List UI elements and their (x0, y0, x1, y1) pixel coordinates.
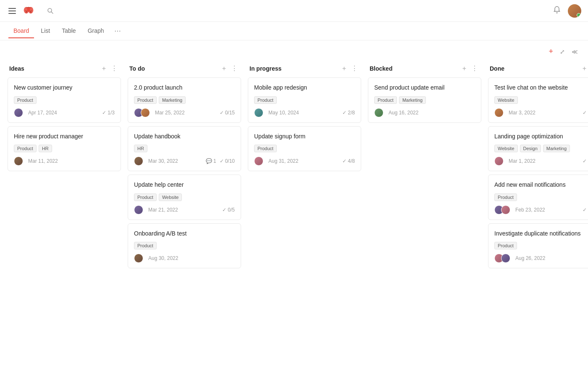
avatar (14, 156, 23, 166)
card-tags: WebsiteDesignMarketing (494, 145, 588, 152)
svg-point-4 (30, 11, 32, 13)
top-nav (0, 0, 588, 22)
kanban-card[interactable]: Hire new product managerProductHRMar 11,… (8, 126, 121, 172)
column-header-todo: To do+⋮ (128, 61, 241, 77)
nav-left (7, 5, 56, 17)
card-avatars (134, 205, 143, 214)
card-tag: Marketing (543, 145, 570, 152)
kanban-card[interactable]: New customer journeyProductApr 17, 2024✓… (8, 77, 121, 123)
tab-board[interactable]: Board (8, 24, 34, 38)
card-footer: Mar 25, 2022✓0/15 (134, 108, 235, 117)
column-actions-blocked: +⋮ (461, 64, 480, 73)
card-tags: HR (134, 145, 235, 152)
hamburger-menu[interactable] (7, 6, 18, 16)
avatar (134, 156, 143, 166)
card-avatars (494, 156, 504, 166)
avatar (141, 108, 150, 117)
card-footer: Aug 16, 2022 (374, 108, 475, 117)
user-avatar[interactable] (568, 4, 581, 18)
add-card-button-ideas[interactable]: + (100, 64, 108, 73)
card-date: Aug 16, 2022 (388, 110, 418, 116)
tab-graph[interactable]: Graph (83, 24, 109, 38)
card-date: Aug 26, 2022 (515, 255, 545, 261)
card-avatars (494, 205, 510, 214)
avatar (501, 205, 510, 214)
column-more-button-todo[interactable]: ⋮ (229, 64, 239, 73)
expand-button[interactable]: ⤢ (558, 47, 567, 57)
add-column-button[interactable]: + (547, 45, 555, 58)
bell-icon (553, 5, 561, 14)
column-more-button-ideas[interactable]: ⋮ (109, 64, 119, 73)
add-card-button-inprogress[interactable]: + (341, 64, 348, 73)
column-header-blocked: Blocked+⋮ (368, 61, 481, 77)
card-title: Mobile app redesign (254, 84, 355, 92)
kanban-card[interactable]: Update signup formProductAug 31, 2022✓4/… (248, 126, 361, 172)
card-tag: Website (494, 96, 518, 104)
card-date: Mar 30, 2022 (148, 158, 178, 164)
column-header-inprogress: In progress+⋮ (248, 61, 361, 77)
add-card-button-blocked[interactable]: + (461, 64, 468, 73)
kanban-card[interactable]: Investigate duplicate notificationsProdu… (488, 223, 588, 269)
card-avatars (134, 156, 143, 166)
card-title: Update signup form (254, 132, 355, 141)
card-meta: 💬1✓0/10 (206, 158, 235, 164)
column-blocked: Blocked+⋮Send product update emailProduc… (368, 61, 481, 126)
kanban-card[interactable]: Onboarding A/B testProductAug 30, 2022 (128, 223, 241, 269)
add-card-button-done[interactable]: + (581, 64, 588, 73)
card-tag: Product (14, 96, 37, 104)
column-more-button-blocked[interactable]: ⋮ (470, 64, 480, 73)
board-header: + ⤢ ≪ (0, 40, 588, 61)
column-title-inprogress: In progress (249, 65, 338, 72)
column-more-button-inprogress[interactable]: ⋮ (349, 64, 360, 73)
kanban-card[interactable]: Update handbookHRMar 30, 2022💬1✓0/10 (128, 126, 241, 172)
card-footer: Mar 30, 2022💬1✓0/10 (134, 156, 235, 166)
kanban-board: Ideas+⋮New customer journeyProductApr 17… (0, 61, 588, 368)
logo[interactable] (23, 5, 37, 17)
tab-list[interactable]: List (36, 24, 55, 38)
column-actions-inprogress: +⋮ (341, 64, 360, 73)
checklist-count: 4/8 (348, 158, 355, 164)
card-avatars (134, 108, 150, 117)
kanban-card[interactable]: Mobile app redesignProductMay 10, 2024✓2… (248, 77, 361, 123)
card-avatars (374, 108, 383, 117)
notifications-bell[interactable] (553, 5, 561, 16)
search-bar[interactable] (47, 8, 56, 14)
avatar (14, 108, 23, 117)
card-date: Mar 3, 2022 (509, 110, 536, 116)
card-avatars (134, 254, 143, 263)
column-ideas: Ideas+⋮New customer journeyProductApr 17… (8, 61, 121, 175)
card-title: Test live chat on the website (494, 84, 588, 92)
card-avatars (14, 156, 23, 166)
checklist-count: 0/5 (228, 207, 235, 213)
collapse-button[interactable]: ≪ (570, 47, 580, 57)
card-tag: Product (494, 242, 517, 249)
card-tags: Product (494, 193, 588, 201)
column-todo: To do+⋮2.0 product launchProductMarketin… (128, 61, 241, 272)
card-meta: ✓5/5 (583, 207, 588, 213)
checklist-icon: ✓ (220, 158, 224, 164)
kanban-card[interactable]: Send product update emailProductMarketin… (368, 77, 481, 123)
add-card-button-todo[interactable]: + (220, 64, 228, 73)
avatar (374, 108, 383, 117)
card-avatars (14, 108, 23, 117)
kanban-card[interactable]: Test live chat on the websiteWebsiteMar … (488, 77, 588, 123)
card-tags: Product (134, 242, 235, 249)
kanban-card[interactable]: Add new email notificationsProductFeb 23… (488, 175, 588, 220)
card-meta: ✓2/8 (342, 110, 355, 116)
card-footer: Feb 23, 2022✓5/5 (494, 205, 588, 214)
card-avatars (494, 254, 510, 263)
kanban-card[interactable]: 2.0 product launchProductMarketingMar 25… (128, 77, 241, 123)
card-date: Mar 21, 2022 (148, 207, 178, 213)
kanban-card[interactable]: Update help centerProductWebsiteMar 21, … (128, 175, 241, 220)
card-date: May 10, 2024 (268, 110, 299, 116)
card-date: Feb 23, 2022 (515, 207, 545, 213)
kanban-card[interactable]: Landing page optimizationWebsiteDesignMa… (488, 126, 588, 172)
column-title-blocked: Blocked (370, 65, 458, 72)
svg-line-6 (51, 12, 53, 13)
card-tags: ProductMarketing (374, 96, 475, 104)
comment-icon: 💬 (206, 158, 212, 164)
card-footer: May 10, 2024✓2/8 (254, 108, 355, 117)
tab-table[interactable]: Table (57, 24, 81, 38)
more-views-button[interactable]: ⋯ (113, 25, 123, 37)
checklist-icon: ✓ (342, 158, 346, 164)
